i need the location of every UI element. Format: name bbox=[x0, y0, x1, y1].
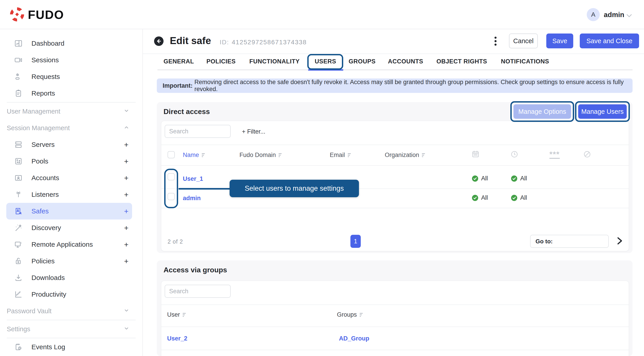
chevron-down-icon bbox=[123, 107, 130, 116]
search-input[interactable] bbox=[165, 125, 231, 138]
add-safe-button[interactable]: + bbox=[124, 207, 128, 216]
avatar[interactable]: A bbox=[587, 8, 600, 21]
accounts-icon bbox=[14, 173, 23, 183]
row-checkbox-admin[interactable] bbox=[168, 193, 175, 200]
user-menu-chevron-down-icon[interactable] bbox=[625, 11, 634, 21]
password-icon: *** bbox=[550, 151, 560, 159]
select-all-checkbox[interactable] bbox=[168, 151, 175, 158]
column-label: Organization bbox=[385, 151, 419, 158]
sidebar-item-accounts[interactable]: Accounts + bbox=[6, 169, 132, 186]
sidebar-item-label: Sessions bbox=[32, 56, 59, 64]
chevron-up-icon bbox=[123, 124, 130, 132]
column-header-user[interactable]: User bbox=[167, 311, 188, 318]
sort-icon bbox=[202, 153, 207, 157]
calendar-access-badge: All bbox=[472, 194, 488, 201]
row-checkbox-user-1[interactable] bbox=[168, 173, 175, 180]
dashboard-icon bbox=[14, 39, 23, 48]
tab-groups[interactable]: GROUPS bbox=[348, 58, 376, 65]
user-link[interactable]: User_1 bbox=[183, 175, 203, 183]
servers-icon bbox=[14, 140, 23, 149]
fudo-logo-text: FUDO bbox=[28, 8, 64, 22]
sidebar-item-servers[interactable]: Servers + bbox=[6, 136, 132, 153]
time-access-badge: All bbox=[511, 194, 527, 201]
tab-object-rights[interactable]: OBJECT RIGHTS bbox=[436, 58, 487, 65]
divider bbox=[161, 304, 629, 305]
column-label: User bbox=[167, 311, 180, 318]
sidebar-item-pools[interactable]: Pools + bbox=[6, 153, 132, 169]
divider bbox=[161, 350, 629, 350]
column-header-fudo-domain[interactable]: Fudo Domain bbox=[240, 151, 284, 158]
sidebar-item-reports[interactable]: Reports bbox=[6, 85, 132, 102]
sidebar-item-safes[interactable]: Safes + bbox=[6, 203, 132, 220]
sidebar-item-label: Productivity bbox=[32, 291, 66, 298]
sidebar-item-label: Dashboard bbox=[32, 40, 64, 47]
sidebar-item-listeners[interactable]: Listeners + bbox=[6, 186, 132, 203]
tab-notifications[interactable]: NOTIFICATIONS bbox=[501, 58, 549, 65]
goto-label: Go to: bbox=[536, 238, 553, 245]
tab-users[interactable]: USERS bbox=[315, 58, 336, 65]
sidebar-item-label: Safes bbox=[32, 207, 49, 215]
divider bbox=[161, 165, 629, 166]
tab-policies[interactable]: POLICIES bbox=[206, 58, 236, 65]
save-button[interactable]: Save bbox=[546, 34, 573, 48]
username[interactable]: admin bbox=[604, 11, 624, 19]
sidebar-section-session-management[interactable]: Session Management bbox=[0, 120, 142, 136]
events-log-icon bbox=[14, 342, 23, 351]
sidebar: Dashboard Sessions Requests Reports User… bbox=[0, 29, 143, 356]
sidebar-section-password-vault[interactable]: Password Vault bbox=[0, 303, 142, 319]
manage-users-button[interactable]: Manage Users bbox=[578, 104, 627, 119]
user-link[interactable]: User_2 bbox=[167, 335, 187, 342]
check-circle-icon bbox=[511, 195, 518, 201]
kebab-menu-icon[interactable] bbox=[491, 35, 500, 49]
pools-icon bbox=[14, 157, 23, 166]
sort-icon bbox=[348, 153, 353, 157]
column-header-groups[interactable]: Groups bbox=[337, 311, 364, 318]
back-button[interactable] bbox=[154, 36, 164, 47]
add-discovery-button[interactable]: + bbox=[124, 224, 128, 232]
section-label: Password Vault bbox=[7, 307, 52, 315]
page-1-button[interactable]: 1 bbox=[350, 235, 361, 248]
save-and-close-button[interactable]: Save and Close bbox=[580, 34, 639, 48]
cancel-button[interactable]: Cancel bbox=[509, 34, 538, 48]
add-account-button[interactable]: + bbox=[124, 173, 128, 183]
sidebar-item-events-log[interactable]: Events Log bbox=[6, 339, 132, 355]
add-server-button[interactable]: + bbox=[124, 140, 128, 149]
manage-options-button[interactable]: Manage Options bbox=[514, 104, 571, 119]
sidebar-divider bbox=[7, 338, 136, 338]
chevron-down-icon bbox=[123, 307, 130, 315]
sidebar-item-remote-applications[interactable]: Remote Applications + bbox=[6, 236, 132, 253]
sidebar-item-sessions[interactable]: Sessions bbox=[6, 52, 132, 68]
sidebar-item-discovery[interactable]: Discovery + bbox=[6, 220, 132, 236]
sidebar-section-settings[interactable]: Settings bbox=[0, 321, 142, 337]
goto-page-input[interactable]: Go to: bbox=[530, 235, 609, 248]
sidebar-item-productivity[interactable]: Productivity bbox=[6, 286, 132, 303]
sidebar-item-label: Downloads bbox=[32, 274, 65, 282]
sort-icon bbox=[278, 153, 284, 157]
tab-accounts[interactable]: ACCOUNTS bbox=[388, 58, 423, 65]
column-label: Name bbox=[183, 151, 199, 158]
sidebar-item-policies[interactable]: Policies + bbox=[6, 253, 132, 269]
sidebar-item-dashboard[interactable]: Dashboard bbox=[6, 35, 132, 52]
column-header-name[interactable]: Name bbox=[183, 151, 207, 158]
column-header-email[interactable]: Email bbox=[330, 151, 353, 158]
groups-search-input[interactable] bbox=[165, 285, 231, 298]
add-filter-button[interactable]: + Filter... bbox=[242, 128, 265, 135]
sidebar-section-user-management[interactable]: User Management bbox=[0, 103, 142, 120]
section-label: User Management bbox=[7, 108, 60, 115]
tab-general[interactable]: GENERAL bbox=[164, 58, 194, 65]
next-page-chevron-icon[interactable] bbox=[614, 236, 624, 247]
group-link[interactable]: AD_Group bbox=[339, 335, 369, 342]
column-header-organization[interactable]: Organization bbox=[385, 151, 427, 158]
sidebar-item-downloads[interactable]: Downloads bbox=[6, 269, 132, 286]
sidebar-item-label: Discovery bbox=[32, 224, 61, 232]
policies-icon bbox=[14, 257, 23, 266]
add-pool-button[interactable]: + bbox=[124, 157, 128, 166]
user-link[interactable]: admin bbox=[183, 195, 201, 202]
add-listener-button[interactable]: + bbox=[124, 190, 128, 199]
add-policy-button[interactable]: + bbox=[124, 257, 128, 266]
sidebar-item-requests[interactable]: Requests bbox=[6, 68, 132, 85]
reports-icon bbox=[14, 89, 23, 98]
add-remote-application-button[interactable]: + bbox=[124, 240, 128, 249]
tab-functionality[interactable]: FUNCTIONALITY bbox=[249, 58, 300, 65]
header-divider bbox=[143, 54, 644, 54]
